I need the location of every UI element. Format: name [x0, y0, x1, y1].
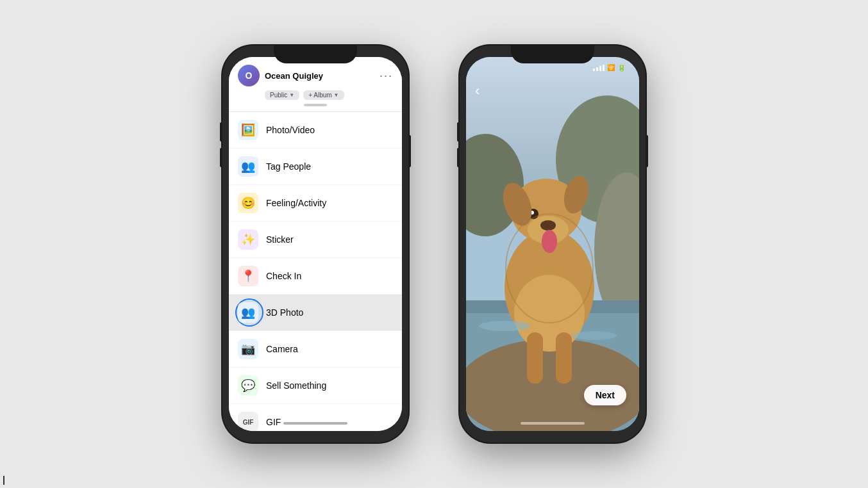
svg-point-12	[540, 220, 556, 231]
sell-icon: 💬	[238, 375, 258, 396]
tag-people-icon: 👥	[238, 156, 258, 177]
left-phone-screen: O Ocean Quigley ··· Public ▼ + Album ▼ 🖼…	[229, 57, 402, 431]
power-button	[408, 135, 411, 167]
post-options-menu: 🖼️ Photo/Video 👥 Tag People 😊 Feeling/Ac…	[229, 112, 402, 431]
menu-label-photo-video: Photo/Video	[266, 125, 315, 135]
svg-point-21	[479, 321, 530, 331]
svg-rect-18	[527, 332, 543, 384]
menu-label-sell: Sell Something	[266, 380, 326, 391]
svg-rect-19	[556, 332, 572, 384]
vol-up-button	[457, 122, 460, 142]
menu-item-3d-photo[interactable]: 👥 3D Photo	[229, 295, 402, 331]
dog-image	[466, 57, 639, 431]
right-phone: 🛜 🔋 ‹	[460, 45, 646, 443]
menu-item-sell[interactable]: 💬 Sell Something	[229, 368, 402, 404]
right-phone-screen: 🛜 🔋 ‹	[466, 57, 639, 431]
feeling-icon: 😊	[238, 193, 258, 213]
public-label: Public	[270, 92, 287, 99]
next-button[interactable]: Next	[584, 385, 626, 405]
menu-item-sticker[interactable]: ✨ Sticker	[229, 222, 402, 258]
cursor	[3, 476, 4, 485]
status-icons: 🛜 🔋	[593, 63, 626, 72]
bar3	[599, 66, 601, 71]
3d-photo-icon: 👥	[238, 302, 258, 323]
menu-label-gif: GIF	[266, 417, 281, 427]
menu-label-sticker: Sticker	[266, 234, 294, 245]
chevron-down-icon: ▼	[334, 92, 339, 98]
check-in-icon: 📍	[238, 266, 258, 286]
menu-item-tag-people[interactable]: 👥 Tag People	[229, 149, 402, 185]
dog-photo: Next	[466, 57, 639, 431]
menu-label-3d-photo: 3D Photo	[266, 307, 303, 318]
menu-item-gif[interactable]: GIF GIF	[229, 404, 402, 431]
avatar: O	[238, 65, 260, 86]
vol-down-button	[457, 148, 460, 167]
user-row: O Ocean Quigley ···	[238, 65, 393, 86]
menu-item-photo-video[interactable]: 🖼️ Photo/Video	[229, 112, 402, 149]
power-button	[646, 135, 648, 167]
wifi-icon: 🛜	[607, 64, 615, 71]
bar4	[603, 65, 605, 71]
fb-post-header: O Ocean Quigley ··· Public ▼ + Album ▼	[229, 57, 402, 112]
back-button[interactable]: ‹	[475, 83, 480, 99]
album-label: + Album	[308, 92, 331, 99]
svg-point-15	[542, 230, 557, 253]
more-options-icon[interactable]: ···	[380, 69, 393, 83]
menu-item-feeling[interactable]: 😊 Feeling/Activity	[229, 185, 402, 222]
album-tag[interactable]: + Album ▼	[303, 90, 344, 100]
menu-item-camera[interactable]: 📷 Camera	[229, 331, 402, 368]
bar1	[593, 69, 595, 71]
sticker-icon: ✨	[238, 229, 258, 250]
battery-icon: 🔋	[617, 63, 626, 72]
tags-row: Public ▼ + Album ▼	[265, 90, 393, 100]
home-indicator	[521, 422, 585, 425]
menu-label-tag-people: Tag People	[266, 161, 311, 172]
vol-up-button	[220, 122, 222, 142]
status-bar: 🛜 🔋	[479, 63, 626, 72]
username: Ocean Quigley	[265, 71, 380, 81]
home-indicator	[283, 422, 347, 425]
drag-handle	[304, 104, 327, 106]
camera-icon: 📷	[238, 339, 258, 359]
vol-down-button	[220, 148, 222, 167]
menu-label-feeling: Feeling/Activity	[266, 198, 326, 208]
bar2	[596, 67, 598, 71]
gif-icon: GIF	[238, 412, 258, 431]
menu-label-camera: Camera	[266, 344, 298, 354]
photo-video-icon: 🖼️	[238, 120, 258, 140]
menu-label-check-in: Check In	[266, 271, 301, 281]
signal-icon	[593, 65, 605, 71]
public-tag[interactable]: Public ▼	[265, 90, 299, 100]
left-phone: O Ocean Quigley ··· Public ▼ + Album ▼ 🖼…	[222, 45, 408, 443]
menu-item-check-in[interactable]: 📍 Check In	[229, 258, 402, 295]
chevron-down-icon: ▼	[289, 92, 294, 98]
svg-point-22	[572, 331, 617, 340]
